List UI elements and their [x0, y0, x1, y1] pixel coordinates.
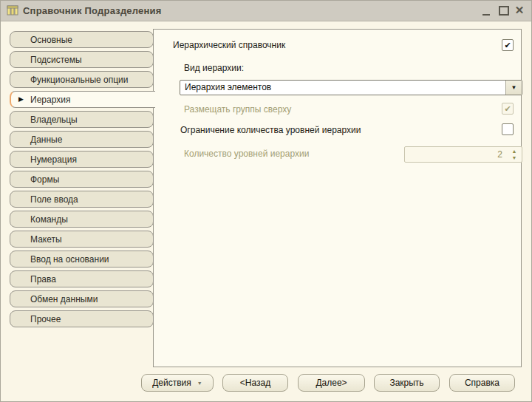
close-icon[interactable]: ✕ — [514, 1, 525, 21]
tab-label: Иерархия — [30, 95, 70, 105]
sidebar-tab-subsystems[interactable]: Подсистемы — [10, 51, 154, 68]
tab-label: Обмен данными — [30, 294, 98, 304]
sidebar-tab-main[interactable]: Основные — [10, 31, 154, 48]
titlebar: Справочник Подразделения ✕ — [1, 1, 531, 21]
tab-label: Прочее — [30, 314, 61, 324]
dropdown-arrow-icon[interactable]: ▼ — [505, 81, 522, 95]
minimize-icon[interactable] — [481, 1, 493, 21]
tab-label: Команды — [30, 214, 68, 225]
tab-label: Данные — [30, 134, 62, 145]
sidebar-tab-other[interactable]: Прочее — [10, 310, 154, 327]
hierarchy-kind-value: Иерархия элементов — [185, 81, 271, 95]
levels-count-label: Количество уровней иерархии — [184, 149, 309, 159]
sidebar-tab-rights[interactable]: Права — [10, 270, 154, 287]
back-button-label: <Назад — [240, 378, 270, 388]
next-button[interactable]: Далее> — [298, 374, 365, 392]
levels-count-value: 2 — [497, 147, 502, 162]
close-button[interactable]: Закрыть — [374, 374, 440, 392]
limit-levels-label: Ограничение количества уровней иерархии — [180, 125, 361, 135]
help-button-label: Справка — [465, 378, 499, 388]
spinner-arrows: ▲ ▼ — [510, 148, 519, 161]
window-title: Справочник Подразделения — [23, 5, 162, 16]
tab-label: Ввод на основании — [30, 254, 109, 265]
maximize-icon[interactable] — [497, 1, 509, 21]
hierarchical-checkbox[interactable]: ✔ — [502, 39, 514, 51]
tab-label: Подсистемы — [30, 55, 82, 65]
sidebar-tab-input-field[interactable]: Поле ввода — [10, 191, 154, 208]
limit-levels-checkbox[interactable] — [502, 123, 514, 135]
tab-label: Формы — [30, 174, 59, 185]
tab-label: Поле ввода — [30, 194, 78, 205]
groups-on-top-checkbox: ✔ — [502, 103, 514, 115]
tab-label: Функциональные опции — [30, 75, 129, 85]
sidebar-tab-commands[interactable]: Команды — [10, 211, 154, 228]
configuration-window: Справочник Подразделения ✕ Основные Подс… — [0, 0, 532, 402]
sidebar-tab-functional-options[interactable]: Функциональные опции — [10, 71, 154, 88]
sidebar-tab-forms[interactable]: Формы — [10, 171, 154, 188]
hierarchy-kind-select[interactable]: Иерархия элементов ▼ — [180, 80, 522, 95]
tab-label: Макеты — [30, 234, 62, 245]
sidebar: Основные Подсистемы Функциональные опции… — [10, 31, 154, 330]
actions-button-label: Действия — [152, 378, 191, 388]
tab-label: Владельцы — [30, 115, 78, 125]
groups-on-top-label: Размещать группы сверху — [184, 104, 291, 115]
hierarchy-settings-panel: Иерархический справочник ✔ Вид иерархии:… — [153, 29, 522, 367]
hierarchy-kind-label: Вид иерархии: — [184, 63, 244, 73]
back-button[interactable]: <Назад — [222, 374, 288, 392]
tab-label: Права — [30, 274, 56, 285]
hierarchical-checkbox-label: Иерархический справочник — [173, 40, 285, 50]
spinner-down-icon: ▼ — [510, 154, 519, 161]
sidebar-tab-owners[interactable]: Владельцы — [10, 111, 154, 128]
sidebar-tab-input-on-basis[interactable]: Ввод на основании — [10, 251, 154, 268]
sidebar-tab-data[interactable]: Данные — [10, 131, 154, 148]
next-button-label: Далее> — [316, 378, 347, 388]
selected-tab-arrow-icon: ▶ — [18, 96, 24, 103]
sidebar-tab-data-exchange[interactable]: Обмен данными — [10, 290, 154, 307]
actions-dropdown-icon: ▼ — [197, 381, 202, 386]
spinner-up-icon: ▲ — [510, 148, 519, 154]
sidebar-tab-templates[interactable]: Макеты — [10, 231, 154, 248]
sidebar-tab-hierarchy[interactable]: ▶ Иерархия — [10, 91, 155, 108]
actions-button[interactable]: Действия ▼ — [141, 374, 214, 392]
tab-label: Основные — [30, 35, 72, 45]
levels-count-spinner: 2 ▲ ▼ — [404, 146, 522, 163]
help-button[interactable]: Справка — [449, 374, 515, 392]
tab-label: Нумерация — [30, 154, 77, 165]
catalog-icon — [7, 4, 18, 16]
sidebar-tab-numbering[interactable]: Нумерация — [10, 151, 154, 168]
close-button-label: Закрыть — [389, 378, 423, 388]
